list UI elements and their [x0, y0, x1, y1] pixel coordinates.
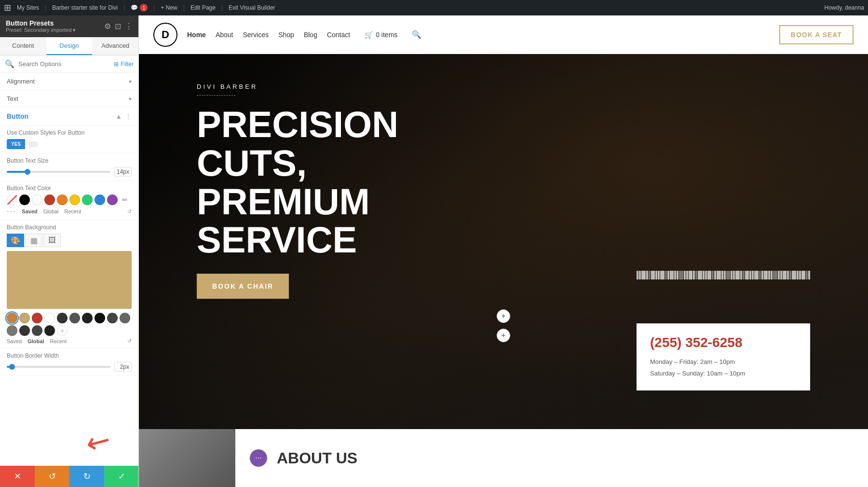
nav-contact[interactable]: Contact [327, 31, 350, 39]
bg-swatch-1[interactable] [7, 313, 17, 323]
add-row-button-2[interactable]: + [497, 329, 510, 342]
button-section-title[interactable]: Button [7, 112, 28, 120]
tab-design[interactable]: Design [46, 37, 93, 55]
bg-recent-label[interactable]: Recent [50, 338, 67, 344]
text-size-slider[interactable]: 14px [7, 167, 132, 177]
search-input[interactable] [18, 60, 110, 68]
redo-button[interactable]: ↻ [69, 466, 104, 487]
main-layout: Button Presets Preset: Secondary importe… [0, 15, 868, 487]
transparent-swatch[interactable] [7, 195, 17, 205]
bg-swatch-3[interactable] [32, 313, 42, 323]
tab-advanced[interactable]: Advanced [92, 37, 138, 55]
button-section-header: Button ▲ ⋮ [0, 108, 138, 125]
about-image [139, 429, 235, 487]
bg-saved-label[interactable]: Saved [7, 338, 22, 344]
nav-links: Home About Services Shop Blog Contact 🛒 … [187, 30, 421, 39]
info-card: (255) 352-6258 Monday – Friday: 2am – 10… [637, 323, 810, 390]
tab-content[interactable]: Content [0, 37, 46, 55]
slider-track[interactable] [7, 171, 110, 173]
color-preview-box[interactable] [7, 251, 132, 309]
global-label[interactable]: Global [43, 209, 59, 214]
add-swatch-button[interactable]: + [57, 325, 68, 336]
book-chair-button[interactable]: BOOK A CHAIR [197, 274, 289, 299]
book-seat-button[interactable]: BOOK A SEAT [779, 25, 854, 44]
bg-swatch-10[interactable] [120, 313, 130, 323]
eyedropper-icon[interactable]: ✏ [120, 195, 130, 205]
black-swatch[interactable] [19, 195, 30, 205]
green-swatch[interactable] [82, 195, 93, 205]
slider-thumb[interactable] [25, 169, 30, 175]
border-thumb[interactable] [9, 364, 15, 370]
bg-swatch-7[interactable] [82, 313, 93, 323]
settings-icon[interactable]: ⚙ [104, 22, 111, 31]
more-icon[interactable]: ⋮ [125, 22, 133, 31]
confirm-button[interactable]: ✓ [104, 466, 139, 487]
chevron-up-icon[interactable]: ▲ [115, 112, 122, 120]
purple-swatch[interactable] [107, 195, 118, 205]
search-nav-icon[interactable]: 🔍 [412, 30, 421, 39]
toggle-no-button[interactable] [29, 142, 38, 147]
alignment-section[interactable]: Alignment ▾ [0, 73, 138, 90]
text-color-label: Button Text Color [7, 185, 132, 192]
bg-swatch-5[interactable] [57, 313, 68, 323]
bg-swatch-8[interactable] [95, 313, 105, 323]
undo-button[interactable]: ↺ [35, 466, 69, 487]
nav-shop[interactable]: Shop [278, 31, 294, 39]
bg-gradient-tab[interactable]: ▦ [25, 234, 42, 247]
comments-widget[interactable]: 💬 1 [131, 4, 148, 12]
blue-swatch[interactable] [95, 195, 105, 205]
howdy-label: Howdy, deanna [825, 4, 865, 11]
text-section[interactable]: Text ▾ [0, 90, 138, 108]
saved-label[interactable]: Saved [22, 209, 37, 214]
filter-button[interactable]: ⊞ Filter [114, 61, 134, 68]
bg-swatch-4[interactable] [44, 313, 55, 323]
recent-label[interactable]: Recent [65, 209, 81, 214]
cancel-button[interactable]: ✕ [0, 466, 35, 487]
reset-icon[interactable]: ↺ [127, 209, 132, 215]
wp-logo-icon[interactable]: ⊞ [4, 2, 11, 13]
add-row-button-1[interactable]: + [497, 309, 510, 323]
cart-count: 0 items [376, 31, 397, 39]
bg-image-tab[interactable]: 🖼 [43, 234, 61, 247]
border-width-value[interactable]: 2px [114, 362, 132, 372]
orange-swatch[interactable] [57, 195, 68, 205]
site-nav: D Home About Services Shop Blog Contact … [139, 15, 868, 54]
bg-swatch-12[interactable] [19, 325, 30, 336]
edit-page-link[interactable]: Edit Page [190, 4, 216, 11]
new-post-link[interactable]: + New [161, 4, 177, 11]
border-track[interactable] [7, 366, 110, 368]
border-slider[interactable]: 2px [7, 362, 132, 372]
bg-swatch-9[interactable] [107, 313, 118, 323]
button-more-icon[interactable]: ⋮ [125, 112, 132, 120]
phone-number[interactable]: (255) 352-6258 [650, 335, 797, 350]
panel-title: Button Presets [6, 19, 76, 27]
exit-builder-link[interactable]: Exit Visual Builder [229, 4, 275, 11]
toggle-yes-button[interactable]: YES [7, 139, 25, 149]
bg-reset-icon[interactable]: ↺ [127, 338, 132, 344]
hours-weekday: Monday – Friday: 2am – 10pm [650, 356, 797, 367]
red-swatch[interactable] [44, 195, 55, 205]
bg-swatch-6[interactable] [69, 313, 80, 323]
white-swatch[interactable] [32, 195, 42, 205]
bg-swatch-2[interactable] [19, 313, 30, 323]
yellow-swatch[interactable] [69, 195, 80, 205]
nav-blog[interactable]: Blog [304, 31, 317, 39]
about-menu-icon[interactable]: ··· [250, 449, 267, 467]
site-name-link[interactable]: Barber starter site for Divi [52, 4, 118, 11]
more-dots-icon[interactable]: ··· [7, 207, 16, 216]
my-sites-link[interactable]: My Sites [17, 4, 39, 11]
text-size-value[interactable]: 14px [114, 167, 132, 177]
bg-swatch-11[interactable] [7, 325, 17, 336]
comment-count: 1 [140, 4, 148, 12]
bg-global-label[interactable]: Global [27, 338, 44, 344]
expand-icon[interactable]: ⊡ [115, 22, 121, 31]
nav-cart[interactable]: 🛒 0 items [365, 31, 397, 39]
bg-swatch-13[interactable] [32, 325, 42, 336]
bg-color-tab[interactable]: 🎨 [7, 234, 24, 247]
bg-swatch-14[interactable] [44, 325, 55, 336]
nav-about[interactable]: About [216, 31, 233, 39]
site-preview: D Home About Services Shop Blog Contact … [139, 15, 868, 487]
nav-services[interactable]: Services [243, 31, 269, 39]
site-logo[interactable]: D [153, 23, 177, 47]
nav-home[interactable]: Home [187, 31, 206, 39]
